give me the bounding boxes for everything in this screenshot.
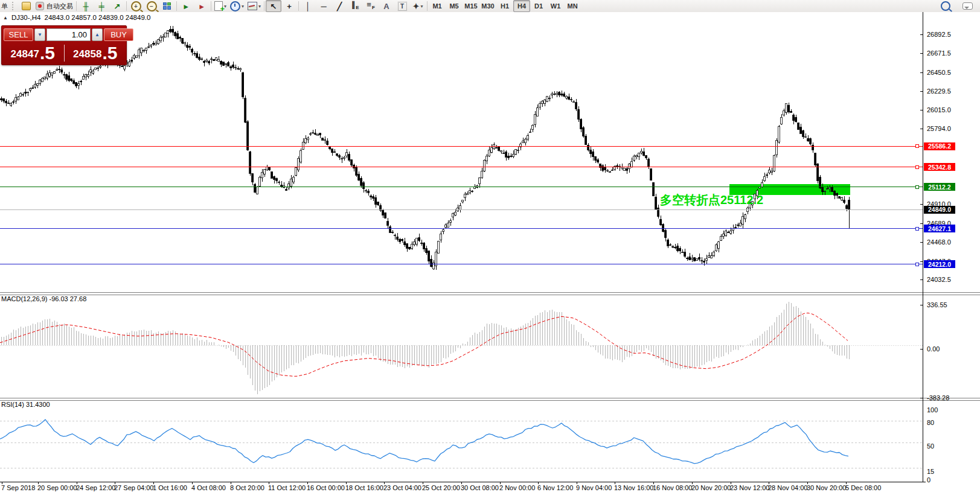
time-tick-label: 11 Oct 12:00 <box>268 484 306 491</box>
axis-tick <box>920 72 923 73</box>
axis-tick <box>920 129 923 129</box>
periods-clock-icon[interactable]: ▾ <box>228 0 246 12</box>
one-click-toggle-icon[interactable]: ▲ <box>3 15 8 21</box>
fibonacci-icon[interactable]: ≡F <box>363 0 379 12</box>
level-price-label: 25586.2 <box>924 142 955 150</box>
axis-tick-label: 26450.5 <box>927 69 951 76</box>
time-tick-label: 18 Oct 16:00 <box>345 484 383 491</box>
arrows-icon[interactable]: ✦▾ <box>410 0 426 12</box>
bid-price[interactable]: 24847 .5 <box>2 43 64 63</box>
rsi-axis-label: 15 <box>927 468 934 475</box>
tile-windows-icon[interactable] <box>159 0 175 12</box>
time-tick-label: 8 Oct 20:00 <box>230 484 264 491</box>
timeframe-mn[interactable]: MN <box>564 0 581 12</box>
time-tick-label: 13 Nov 16:00 <box>614 484 653 491</box>
timeframe-m1[interactable]: M1 <box>429 0 446 12</box>
level-price-label: 25112.2 <box>924 183 955 191</box>
main-toolbar: 单 自动交易╫╪↗+−▸▸▾▾▾↖+│─╱∥E≡FAT✦▾M1M5M15M30H… <box>0 0 980 13</box>
auto-scroll-icon[interactable]: ▸ <box>178 0 194 12</box>
time-tick-label: 30 Nov 20:00 <box>807 484 846 491</box>
current-price-label: 24849.0 <box>924 206 955 214</box>
price-axis[interactable] <box>923 12 923 482</box>
ask-price[interactable]: 24858 .5 <box>65 43 127 63</box>
pivot-annotation[interactable]: 多空转折点25112.2 <box>660 193 763 206</box>
cursor-icon[interactable]: ↖ <box>266 0 281 12</box>
buy-button[interactable]: BUY <box>104 28 133 41</box>
ohlc-values: 24843.0 24857.0 24839.0 24849.0 <box>45 14 151 21</box>
time-tick-label: 23 Oct 04:00 <box>383 484 421 491</box>
line-chart-icon[interactable]: ↗ <box>109 0 125 12</box>
timeframe-d1[interactable]: D1 <box>530 0 547 12</box>
chat-icon[interactable] <box>959 0 975 12</box>
macd-signal-line <box>0 313 848 377</box>
indicators-add-icon[interactable]: ▾ <box>213 0 228 12</box>
axis-tick <box>920 91 923 92</box>
templates-icon[interactable]: ▾ <box>246 0 263 12</box>
axis-tick <box>920 242 923 243</box>
axis-tick-label: 26229.5 <box>927 88 951 95</box>
time-tick-label: 20 Nov 20:00 <box>691 484 731 491</box>
bid-main-digits: 24847 <box>11 46 39 62</box>
axis-tick-label: 26015.0 <box>927 106 951 113</box>
rsi-pane[interactable] <box>0 400 923 482</box>
time-tick-label: 20 Sep 00:00 <box>37 484 77 491</box>
price-chart-pane[interactable]: 多空转折点25112.2 <box>0 12 923 292</box>
volume-up-button[interactable]: ▲ <box>92 28 103 41</box>
time-tick-label: 24 Sep 12:00 <box>76 484 115 491</box>
volume-down-button[interactable]: ▼ <box>34 28 45 41</box>
zoom-in-icon[interactable]: + <box>128 0 144 12</box>
ask-main-digits: 24858 <box>73 46 101 62</box>
zoom-out-icon[interactable]: − <box>144 0 159 12</box>
rsi-axis-label: 50 <box>927 442 934 450</box>
symbol-period-label: DJ30-,H4 <box>11 14 41 21</box>
axis-tick <box>920 279 923 280</box>
new-order-icon[interactable] <box>18 0 34 12</box>
time-tick-label: 28 Nov 04:00 <box>768 484 807 491</box>
axis-tick <box>920 398 923 398</box>
time-tick-label: 4 Oct 08:00 <box>191 484 226 491</box>
macd-axis-label: -383.28 <box>927 394 949 401</box>
timeframe-m5[interactable]: M5 <box>446 0 463 12</box>
timeframe-w1[interactable]: W1 <box>547 0 564 12</box>
timeframe-m15[interactable]: M15 <box>463 0 479 12</box>
chart-window[interactable]: 多空转折点25112.2 ▲ DJ30-,H4 24843.0 24857.0 … <box>0 12 980 495</box>
time-tick-label: 16 Nov 08:00 <box>653 484 692 491</box>
sell-button[interactable]: SELL <box>4 28 33 41</box>
rsi-axis-label: 100 <box>927 406 938 414</box>
ask-big-digit: .5 <box>102 44 117 62</box>
bid-big-digit: .5 <box>40 44 55 62</box>
crosshair-icon[interactable]: + <box>281 0 297 12</box>
text-icon[interactable]: A <box>379 0 394 12</box>
level-price-label: 24627.1 <box>924 225 955 232</box>
search-icon[interactable] <box>938 0 953 12</box>
timeframe-m30[interactable]: M30 <box>479 0 496 12</box>
timeframe-h4[interactable]: H4 <box>513 0 530 12</box>
axis-tick <box>920 110 923 110</box>
time-axis[interactable] <box>0 482 926 482</box>
volume-input[interactable]: 1.00 <box>46 28 91 41</box>
time-tick-label: 23 Nov 12:00 <box>730 484 769 491</box>
chart-shift-icon[interactable]: ▸ <box>194 0 210 12</box>
autotrading-label: 自动交易 <box>46 2 73 11</box>
timeframe-h1[interactable]: H1 <box>496 0 513 12</box>
trendline-icon[interactable]: ╱ <box>331 0 347 12</box>
menu-clipped-text[interactable]: 单 <box>1 2 8 11</box>
axis-tick-label: 26892.5 <box>927 31 951 38</box>
time-tick-label: 30 Oct 08:00 <box>461 484 499 491</box>
bar-chart-icon[interactable]: ╫ <box>78 0 94 12</box>
axis-tick-label: 24468.0 <box>927 238 951 246</box>
text-label-icon[interactable]: T <box>394 0 410 12</box>
vertical-line-icon[interactable]: │ <box>300 0 316 12</box>
macd-pane[interactable] <box>0 294 923 398</box>
horizontal-line-icon[interactable]: ─ <box>316 0 331 12</box>
equidistant-channel-icon[interactable]: ∥E <box>347 0 363 12</box>
level-price-label: 25342.8 <box>924 163 955 171</box>
time-tick-label: 6 Nov 12:00 <box>537 484 573 491</box>
rsi-axis-label: 80 <box>927 419 934 426</box>
axis-tick <box>920 223 923 224</box>
time-tick-label: 2 Nov 00:00 <box>499 484 535 491</box>
macd-axis-label: 336.55 <box>927 301 947 308</box>
candlestick-icon[interactable]: ╪ <box>94 0 109 12</box>
autotrading-button[interactable]: 自动交易 <box>34 0 75 12</box>
axis-tick-label: 24032.5 <box>927 276 951 283</box>
